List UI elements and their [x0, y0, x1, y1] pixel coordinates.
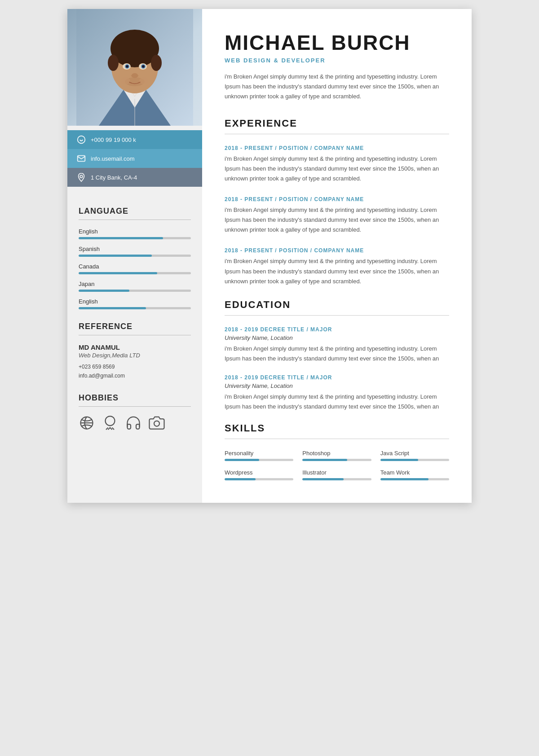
language-bar-bg [79, 290, 191, 292]
main-content: MICHAEL BURCH WEB DESIGN & DEVELOPER i'm… [202, 9, 472, 503]
skill-name: Illustrator [302, 469, 371, 476]
skill-bar-bg [225, 459, 293, 461]
skill-bar-bg [225, 478, 293, 480]
language-bar-bg [79, 307, 191, 309]
reference-phone: +023 659 8569 [79, 362, 191, 371]
skill-item: Illustrator [302, 469, 371, 480]
reference-name: MD ANAMUL [79, 343, 191, 351]
headphones-icon [125, 415, 141, 431]
edu-period: 2018 - 2019 DECREE TITLE / MAJOR [225, 374, 449, 381]
language-name: Japan [79, 281, 191, 287]
language-bar-bg [79, 237, 191, 239]
applicant-name: MICHAEL BURCH [225, 31, 449, 54]
languages-list: English Spanish Canada Japan English [79, 228, 191, 309]
language-bar-fill [79, 272, 157, 274]
phone-value: +000 99 19 000 k [91, 136, 136, 143]
skill-bar-fill [225, 459, 259, 461]
edu-period: 2018 - 2019 DECREE TITLE / MAJOR [225, 326, 449, 333]
svg-point-16 [151, 55, 162, 71]
svg-point-22 [142, 65, 145, 68]
sidebar-content: LANGUAGE English Spanish Canada Japan [67, 187, 202, 440]
reference-info: MD ANAMUL Web Design,Media LTD +023 659 … [79, 343, 191, 381]
language-name: Spanish [79, 246, 191, 252]
language-bar-fill [79, 290, 129, 292]
language-bar-fill [79, 237, 163, 239]
svg-point-15 [108, 55, 119, 71]
exp-desc: i'm Broken Angel simply dummy text & the… [225, 154, 449, 184]
svg-point-26 [139, 77, 148, 84]
education-divider [225, 315, 449, 316]
reference-title: Web Design,Media LTD [79, 352, 191, 359]
experience-list: 2018 - PRESENT / POSITION / COMPANY NAME… [225, 145, 449, 286]
profile-photo [67, 9, 202, 126]
skill-item: Java Script [380, 450, 449, 461]
skill-item: Team Work [380, 469, 449, 480]
skill-bar-fill [225, 478, 256, 480]
language-section-title: LANGUAGE [79, 207, 191, 216]
skill-bar-bg [380, 459, 449, 461]
hobbies-divider [79, 406, 191, 407]
sports-icon [79, 415, 95, 431]
exp-desc: i'm Broken Angel simply dummy text & the… [225, 256, 449, 286]
applicant-bio: i'm Broken Angel simply dummy text & the… [225, 72, 449, 101]
language-divider [79, 220, 191, 220]
edu-desc: i'm Broken Angel simply dummy text & the… [225, 344, 449, 364]
exp-desc: i'm Broken Angel simply dummy text & the… [225, 205, 449, 235]
email-contact: info.usemail.com [67, 149, 202, 168]
language-item: Canada [79, 263, 191, 274]
language-bar-fill [79, 255, 152, 257]
edu-university: University Name, Location [225, 334, 449, 341]
experience-divider [225, 134, 449, 134]
skill-item: Photoshop [302, 450, 371, 461]
resume-container: +000 99 19 000 k info.usemail.com 1 City… [67, 9, 472, 503]
skills-divider [225, 439, 449, 439]
language-name: English [79, 228, 191, 235]
skill-bar-fill [302, 459, 347, 461]
reference-email: info.ad@gmail.com [79, 371, 191, 380]
skill-item: Wordpress [225, 469, 293, 480]
hobbies-list [79, 415, 191, 431]
svg-point-33 [154, 421, 159, 426]
sidebar: +000 99 19 000 k info.usemail.com 1 City… [67, 9, 202, 503]
experience-item: 2018 - PRESENT / POSITION / COMPANY NAME… [225, 145, 449, 184]
email-icon [76, 154, 86, 163]
skills-grid: Personality Photoshop Java Script Wordpr… [225, 450, 449, 480]
exp-period: 2018 - PRESENT / POSITION / COMPANY NAME [225, 247, 449, 254]
language-item: English [79, 228, 191, 239]
applicant-title: WEB DESIGN & DEVELOPER [225, 57, 449, 64]
skill-name: Java Script [380, 450, 449, 457]
skill-bar-fill [380, 459, 418, 461]
education-item: 2018 - 2019 DECREE TITLE / MAJOR Univers… [225, 326, 449, 364]
language-name: Canada [79, 263, 191, 270]
skill-name: Personality [225, 450, 293, 457]
language-item: Japan [79, 281, 191, 292]
skill-bar-bg [380, 478, 449, 480]
education-item: 2018 - 2019 DECREE TITLE / MAJOR Univers… [225, 374, 449, 412]
language-bar-bg [79, 272, 191, 274]
skill-bar-fill [380, 478, 429, 480]
contact-section: +000 99 19 000 k info.usemail.com 1 City… [67, 130, 202, 187]
skill-bar-bg [302, 459, 371, 461]
language-bar-bg [79, 255, 191, 257]
reference-divider [79, 335, 191, 335]
phone-icon [76, 135, 86, 145]
exp-period: 2018 - PRESENT / POSITION / COMPANY NAME [225, 145, 449, 151]
email-value: info.usemail.com [91, 155, 135, 162]
skill-name: Wordpress [225, 469, 293, 476]
svg-point-30 [80, 175, 83, 178]
experience-heading: EXPERIENCE [225, 118, 449, 129]
svg-point-32 [106, 416, 115, 426]
svg-point-21 [126, 65, 128, 68]
phone-contact: +000 99 19 000 k [67, 130, 202, 149]
skills-heading: SKILLS [225, 422, 449, 434]
edu-desc: i'm Broken Angel simply dummy text & the… [225, 392, 449, 412]
reference-section-title: REFERENCE [79, 322, 191, 331]
experience-item: 2018 - PRESENT / POSITION / COMPANY NAME… [225, 196, 449, 235]
svg-point-14 [125, 36, 145, 52]
exp-period: 2018 - PRESENT / POSITION / COMPANY NAME [225, 196, 449, 202]
camera-icon [149, 415, 165, 431]
skill-name: Team Work [380, 469, 449, 476]
svg-point-25 [121, 77, 130, 84]
hobbies-section-title: HOBBIES [79, 393, 191, 403]
language-bar-fill [79, 307, 146, 309]
